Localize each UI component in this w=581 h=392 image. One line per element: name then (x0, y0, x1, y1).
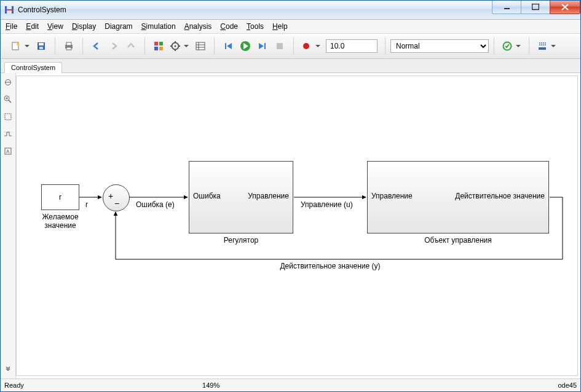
stop-button[interactable] (272, 38, 288, 54)
svg-text:A: A (6, 149, 10, 154)
svg-rect-2 (5, 6, 7, 14)
menubar: File Edit View Display Diagram Simulatio… (1, 20, 580, 34)
svg-rect-11 (66, 42, 71, 45)
svg-rect-36 (539, 47, 546, 50)
svg-rect-16 (159, 47, 163, 50)
menu-help[interactable]: Help (272, 22, 288, 31)
svg-line-48 (9, 100, 11, 103)
annotations-icon[interactable]: A (2, 146, 14, 157)
statusbar: Ready 149% ode45 (1, 378, 580, 391)
svg-rect-14 (159, 42, 163, 45)
deploy-button[interactable] (535, 38, 558, 54)
print-button[interactable] (61, 38, 77, 54)
save-button[interactable] (33, 38, 49, 54)
model-config-button[interactable] (168, 38, 191, 54)
stop-time-input[interactable] (326, 39, 377, 53)
model-explorer-button[interactable] (192, 38, 208, 54)
svg-rect-1 (12, 6, 14, 14)
back-button[interactable] (89, 38, 105, 54)
menu-tools[interactable]: Tools (247, 22, 264, 31)
svg-rect-23 (196, 42, 205, 50)
svg-rect-3 (504, 8, 510, 9)
svg-point-41 (539, 42, 540, 44)
zoom-in-icon[interactable] (2, 94, 14, 105)
toolbar: Normal (1, 34, 580, 59)
step-back-button[interactable] (220, 38, 236, 54)
svg-rect-15 (154, 47, 158, 50)
svg-point-40 (545, 44, 546, 45)
content-area: A r Желаемое значение r + − Ошибка (e) (1, 73, 580, 378)
forward-button[interactable] (106, 38, 122, 54)
svg-rect-51 (5, 114, 11, 120)
menu-analysis[interactable]: Analysis (184, 22, 212, 31)
svg-rect-32 (264, 43, 266, 49)
menu-edit[interactable]: Edit (26, 22, 39, 31)
toggle-sample-time-icon[interactable] (2, 128, 14, 139)
svg-point-44 (545, 42, 546, 44)
status-zoom: 149% (202, 382, 219, 389)
tab-controlsystem[interactable]: ControlSystem (4, 62, 62, 73)
signal-lines (17, 76, 576, 371)
svg-marker-31 (259, 43, 264, 49)
svg-rect-12 (66, 47, 71, 50)
menu-view[interactable]: View (47, 22, 63, 31)
expand-icon[interactable] (2, 364, 14, 375)
canvas-toolbar: A (1, 73, 16, 378)
svg-rect-8 (39, 43, 44, 45)
up-button[interactable] (123, 38, 139, 54)
svg-marker-28 (227, 43, 232, 49)
build-button[interactable] (500, 38, 523, 54)
status-solver: ode45 (558, 382, 577, 389)
svg-point-38 (541, 44, 542, 45)
svg-rect-27 (225, 43, 226, 49)
svg-point-34 (303, 43, 309, 49)
maximize-button[interactable] (521, 1, 550, 14)
close-button[interactable] (550, 1, 580, 14)
tab-label: ControlSystem (11, 64, 55, 71)
tabstrip: ControlSystem (1, 59, 580, 73)
step-forward-button[interactable] (255, 38, 271, 54)
record-button[interactable] (299, 38, 323, 54)
svg-rect-33 (277, 43, 283, 49)
window-controls (492, 1, 580, 14)
svg-point-18 (175, 45, 176, 47)
app-window: ControlSystem File Edit View Display Dia… (0, 0, 581, 392)
hide-browser-icon[interactable] (2, 77, 14, 88)
svg-point-37 (539, 44, 540, 45)
diagram-canvas[interactable]: r Желаемое значение r + − Ошибка (e) Оши… (16, 76, 578, 376)
svg-rect-9 (39, 47, 43, 49)
fit-to-view-icon[interactable] (2, 111, 14, 122)
svg-point-43 (543, 42, 544, 44)
svg-rect-13 (154, 42, 158, 45)
menu-file[interactable]: File (6, 22, 17, 31)
menu-simulation[interactable]: Simulation (141, 22, 176, 31)
svg-rect-4 (532, 4, 539, 10)
menu-code[interactable]: Code (220, 22, 238, 31)
menu-diagram[interactable]: Diagram (105, 22, 132, 31)
svg-point-39 (543, 44, 544, 45)
library-browser-button[interactable] (151, 38, 167, 54)
minimize-button[interactable] (492, 1, 521, 14)
svg-point-42 (541, 42, 542, 44)
app-icon (4, 5, 14, 15)
window-title: ControlSystem (18, 6, 66, 14)
simulation-mode-select[interactable]: Normal (390, 39, 489, 53)
menu-display[interactable]: Display (72, 22, 96, 31)
new-model-button[interactable] (9, 38, 32, 54)
status-ready: Ready (4, 382, 24, 389)
run-button[interactable] (237, 38, 253, 54)
titlebar: ControlSystem (1, 1, 580, 20)
